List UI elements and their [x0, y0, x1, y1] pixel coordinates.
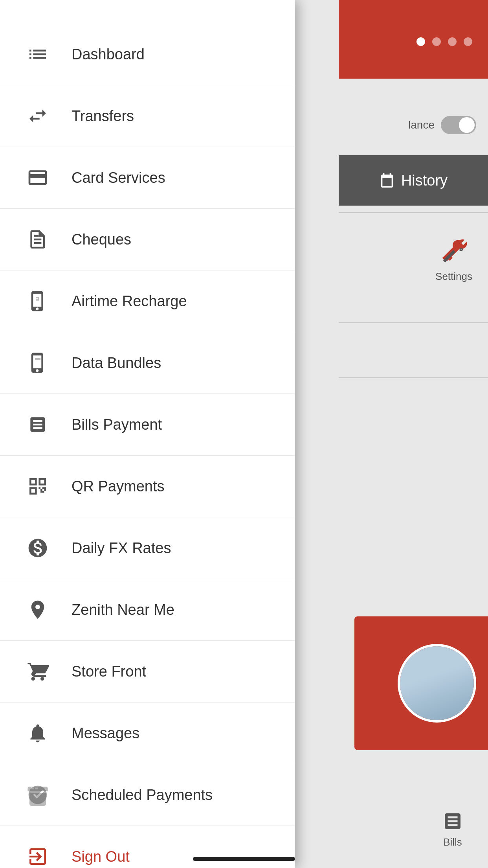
messages-icon	[24, 719, 52, 747]
messages-label: Messages	[72, 725, 139, 742]
dashboard-label: Dashboard	[72, 46, 145, 63]
dashboard-icon	[24, 40, 52, 68]
dots-indicator	[416, 37, 472, 46]
cheques-icon	[24, 225, 52, 254]
sign-out-label: Sign Out	[72, 848, 130, 865]
airtime-label: Airtime Recharge	[72, 293, 187, 310]
scheduled-payments-icon	[24, 781, 52, 809]
qr-payments-label: QR Payments	[72, 478, 165, 495]
card-services-icon	[24, 164, 52, 192]
balance-text: lance	[408, 119, 435, 131]
bills-payment-label: Bills Payment	[72, 416, 162, 433]
sign-out-icon	[24, 842, 52, 868]
balance-row: lance	[408, 116, 476, 134]
avatar	[398, 644, 476, 723]
zenith-near-me-label: Zenith Near Me	[72, 601, 174, 618]
transfers-icon	[24, 102, 52, 130]
scheduled-payments-label: Scheduled Payments	[72, 787, 213, 804]
zenith-near-me-icon	[24, 596, 52, 624]
bills-bottom-nav[interactable]: Bills	[441, 809, 464, 848]
toggle-thumb	[459, 117, 475, 133]
menu-item-cheques[interactable]: Cheques	[0, 209, 295, 270]
menu-item-messages[interactable]: Messages	[0, 702, 295, 764]
transfers-label: Transfers	[72, 108, 134, 125]
divider-1	[339, 212, 488, 213]
balance-toggle[interactable]	[441, 116, 476, 134]
data-bundles-label: Data Bundles	[72, 355, 161, 371]
menu-item-sign-out[interactable]: Sign Out	[0, 826, 295, 868]
menu-item-dashboard[interactable]: Dashboard	[0, 24, 295, 85]
history-button[interactable]: History	[339, 155, 488, 206]
divider-2	[339, 322, 488, 323]
cheques-label: Cheques	[72, 231, 131, 248]
divider-3	[339, 377, 488, 378]
bills-payment-icon	[24, 410, 52, 439]
menu-item-qr[interactable]: QR Payments	[0, 456, 295, 517]
dot-4	[464, 37, 472, 46]
menu-item-transfers[interactable]: Transfers	[0, 85, 295, 147]
bills-label: Bills	[443, 836, 462, 848]
dot-2	[432, 37, 441, 46]
data-bundles-icon	[24, 349, 52, 377]
menu-item-zenith-near-me[interactable]: Zenith Near Me	[0, 579, 295, 641]
dot-3	[448, 37, 457, 46]
dot-1	[416, 37, 425, 46]
settings-icon	[438, 236, 470, 267]
menu-item-card-services[interactable]: Card Services	[0, 147, 295, 209]
home-indicator	[193, 857, 295, 861]
settings-wrench-icon	[440, 238, 468, 265]
card-services-label: Card Services	[72, 169, 165, 186]
fx-rates-label: Daily FX Rates	[72, 540, 171, 557]
menu-list: Dashboard Transfers Card Services Cheque…	[0, 0, 295, 868]
menu-item-bills[interactable]: Bills Payment	[0, 394, 295, 456]
airtime-icon	[24, 287, 52, 315]
store-front-icon	[24, 657, 52, 686]
menu-item-scheduled-payments[interactable]: Scheduled Payments	[0, 764, 295, 826]
side-drawer: Dashboard Transfers Card Services Cheque…	[0, 0, 295, 868]
settings-area[interactable]: Settings	[435, 236, 472, 283]
fx-rates-icon	[24, 534, 52, 562]
menu-item-fx[interactable]: Daily FX Rates	[0, 517, 295, 579]
store-front-label: Store Front	[72, 663, 146, 680]
menu-item-data-bundles[interactable]: Data Bundles	[0, 332, 295, 394]
history-label: History	[401, 172, 448, 189]
qr-payments-icon	[24, 472, 52, 500]
menu-item-store[interactable]: Store Front	[0, 641, 295, 702]
menu-item-airtime[interactable]: Airtime Recharge	[0, 270, 295, 332]
settings-label: Settings	[435, 270, 472, 283]
calendar-icon	[379, 173, 395, 188]
bills-bottom-icon	[441, 809, 464, 833]
svg-rect-0	[35, 358, 40, 360]
